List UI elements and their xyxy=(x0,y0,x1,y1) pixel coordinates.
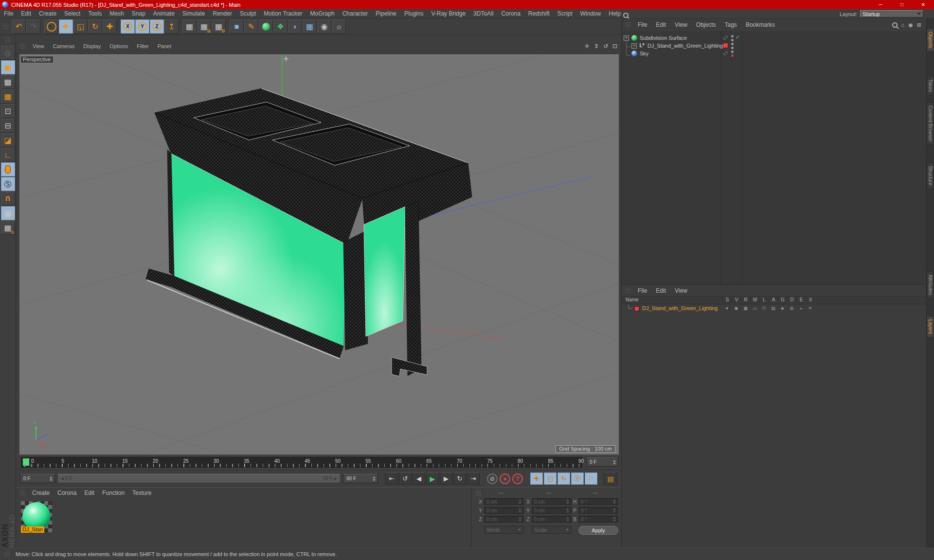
tab-layers[interactable]: Layers xyxy=(927,316,934,337)
search-icon[interactable] xyxy=(892,22,898,28)
cell-icon-s[interactable]: ● xyxy=(722,306,732,311)
coordinate-field-x-1[interactable]: 0 cm xyxy=(532,498,572,505)
menu-help[interactable]: Help xyxy=(605,10,625,17)
menu-mesh[interactable]: Mesh xyxy=(106,10,127,17)
object-row-dj-stand-with-green-lighting[interactable]: +L⁰DJ_Stand_with_Green_Lighting xyxy=(622,42,926,50)
keyframe-help-button[interactable]: ? xyxy=(512,473,523,484)
coordinate-field-z-0[interactable]: 0 cm xyxy=(484,516,524,523)
key-scale-button[interactable]: ◱ xyxy=(544,472,557,485)
visibility-dot-gray[interactable] xyxy=(731,39,734,41)
visibility-dots[interactable] xyxy=(731,43,734,49)
menu-character[interactable]: Character xyxy=(339,10,372,17)
scale-dropdown[interactable]: Scale xyxy=(532,526,572,534)
spinner-arrows[interactable] xyxy=(611,460,618,465)
render-view-button[interactable]: ▦ xyxy=(182,19,197,34)
edges-mode-button[interactable]: ⊟ xyxy=(1,119,15,133)
menu-sculpt[interactable]: Sculpt xyxy=(236,10,260,17)
menu-redshift[interactable]: Redshift xyxy=(524,10,554,17)
tab-content-browser[interactable]: Content Browser xyxy=(927,102,934,145)
material-menu-corona[interactable]: Corona xyxy=(54,490,80,496)
visibility-dot-red[interactable] xyxy=(731,54,734,57)
live-selection-button[interactable]: ↖ xyxy=(44,19,58,34)
visibility-dot-gray[interactable] xyxy=(731,43,734,45)
current-frame-field[interactable]: 0 F xyxy=(586,457,618,467)
menu-window[interactable]: Window xyxy=(576,10,605,17)
tab-objects[interactable]: Objects xyxy=(927,28,934,52)
cycle-playback-button[interactable]: ↻ xyxy=(453,472,466,485)
menu-tools[interactable]: Tools xyxy=(84,10,106,17)
menu-motion-tracker[interactable]: Motion Tracker xyxy=(260,10,306,17)
material-menu-function[interactable]: Function xyxy=(98,490,128,496)
keyframe-selection-mode-button[interactable]: ▤ xyxy=(604,472,617,485)
add-primitive-button[interactable]: ■ xyxy=(230,19,244,34)
add-generator-button[interactable]: ● xyxy=(259,19,273,34)
next-frame-button[interactable]: ▶ xyxy=(440,472,452,485)
magnet-button[interactable]: ∪ xyxy=(1,192,15,206)
object-manager-menu-file[interactable]: File xyxy=(633,21,651,28)
slider-prev-icon[interactable]: ◀ xyxy=(61,476,64,481)
visibility-dot-gray[interactable] xyxy=(731,47,734,49)
viewport-view-label[interactable]: Perspective xyxy=(20,56,54,63)
spinner-arrows[interactable] xyxy=(371,476,377,481)
scale-button[interactable]: ◱ xyxy=(73,19,88,34)
material-manager-grip[interactable] xyxy=(20,490,26,496)
add-panel-icon[interactable]: ⊞ xyxy=(917,22,921,28)
menu-script[interactable]: Script xyxy=(554,10,576,17)
expand-icon[interactable]: + xyxy=(624,35,629,41)
workplane-mode-button[interactable]: ▦↻ xyxy=(1,221,15,235)
menu-mograph[interactable]: MoGraph xyxy=(306,10,339,17)
cell-icon-r[interactable]: ▦ xyxy=(741,306,750,311)
zoom-view-icon[interactable]: ⇕ xyxy=(594,43,599,49)
menu-v-ray-bridge[interactable]: V-Ray Bridge xyxy=(427,10,469,17)
key-position-button[interactable]: ✚ xyxy=(530,472,543,485)
range-end-field[interactable]: 90 F xyxy=(343,474,378,483)
uv-polygons-mode-button[interactable]: ▦ xyxy=(1,89,15,104)
cell-icon-g[interactable]: ◈ xyxy=(778,306,787,311)
cell-icon-m[interactable]: ▭ xyxy=(750,306,759,311)
layer-menu-view[interactable]: View xyxy=(670,287,692,294)
spinner-arrows[interactable] xyxy=(48,476,54,481)
expand-icon[interactable]: + xyxy=(631,43,637,49)
material-menu-edit[interactable]: Edit xyxy=(80,490,98,496)
object-axis-mode-button[interactable]: ∟ xyxy=(1,148,15,162)
object-row-sky[interactable]: Sky xyxy=(622,50,926,57)
coordinate-field-p-2[interactable]: 0 ° xyxy=(578,507,618,514)
lock-z-axis-button[interactable]: Z xyxy=(150,19,164,34)
material-menu-create[interactable]: Create xyxy=(28,490,54,496)
record-active-objects-button[interactable]: ⊘ xyxy=(487,473,498,484)
tweak-mode-button[interactable] xyxy=(1,162,15,176)
coordinate-system-button[interactable]: ↥ xyxy=(164,19,179,34)
cell-icon-x[interactable]: ✕ xyxy=(806,306,815,311)
viewport-canvas[interactable]: Y Z X Perspective Grid Spacing : 100 cm xyxy=(19,54,619,455)
check-tag-icon[interactable]: ✓ xyxy=(736,34,740,40)
viewport-menu-display[interactable]: Display xyxy=(79,43,105,49)
coordinate-field-x-0[interactable]: 0 cm xyxy=(484,498,524,505)
enable-toggle[interactable] xyxy=(723,51,728,56)
pan-view-icon[interactable]: ✛ xyxy=(585,43,590,49)
add-mograph-button[interactable]: ❖ xyxy=(273,19,287,34)
coordinate-field-y-0[interactable]: 0 cm xyxy=(484,507,524,514)
object-manager-menu-objects[interactable]: Objects xyxy=(692,21,720,28)
object-manager-menu-view[interactable]: View xyxy=(670,21,692,28)
visibility-dots[interactable] xyxy=(731,51,734,57)
left-toolbar-grip[interactable] xyxy=(5,37,11,43)
model-mode-button[interactable]: ▣ xyxy=(1,60,15,74)
spinner-arrows[interactable] xyxy=(517,517,523,522)
menu-file[interactable]: File xyxy=(0,10,17,17)
menu-edit[interactable]: Edit xyxy=(17,10,35,17)
add-spline-button[interactable]: ✎ xyxy=(244,19,258,34)
toolbar-grip[interactable] xyxy=(3,23,9,30)
apply-button[interactable]: Apply xyxy=(578,526,618,535)
object-row-subdivision-surface[interactable]: +Subdivision Surface✓ xyxy=(622,34,926,42)
add-light-button[interactable]: ☼ xyxy=(332,19,346,34)
tab-attributes[interactable]: Attributes xyxy=(927,271,934,298)
viewport-menu-panel[interactable]: Panel xyxy=(153,43,176,49)
points-mode-button[interactable]: ⊡ xyxy=(1,104,15,118)
tab-takes[interactable]: Takes xyxy=(927,76,934,95)
sculpt-brush-button[interactable]: ◍ xyxy=(1,46,15,60)
undo-button[interactable]: ↶ xyxy=(12,19,26,34)
layout-dropdown[interactable]: Startup xyxy=(860,10,923,18)
add-deformer-button[interactable]: ◗ xyxy=(288,19,302,34)
cell-icon-l[interactable]: ⊓ xyxy=(759,306,769,311)
tab-structure[interactable]: Structure xyxy=(927,162,934,189)
